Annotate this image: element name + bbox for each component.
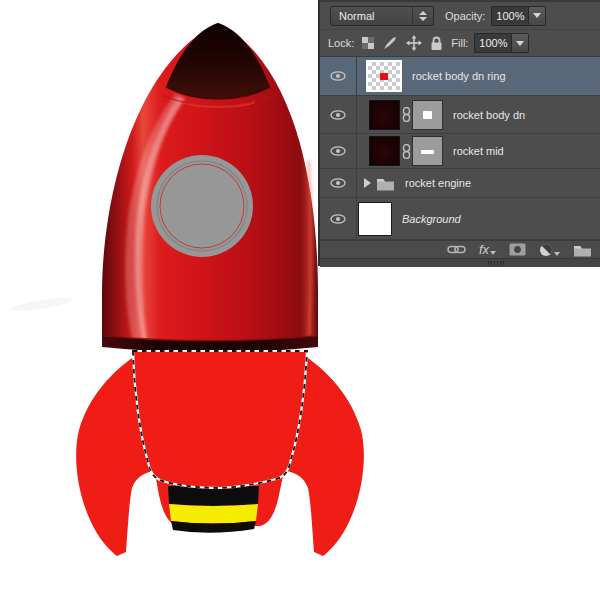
fx-icon: fx (479, 244, 489, 256)
opacity-dropdown-button[interactable] (528, 6, 546, 26)
panel-resize-bar[interactable] (320, 258, 600, 267)
layer-style-button[interactable]: fx (479, 244, 496, 256)
blend-mode-spinner-icon[interactable] (412, 7, 433, 25)
eye-icon (330, 110, 346, 120)
adjustment-layer-button[interactable] (539, 243, 560, 257)
mask-link-icon[interactable] (402, 144, 411, 159)
lock-all-icon[interactable] (430, 36, 443, 51)
layer-row-background[interactable]: Background (320, 198, 600, 240)
eye-icon (330, 71, 346, 81)
layer-row-rocket-mid[interactable]: rocket mid (320, 134, 600, 169)
layer-mask-thumbnail[interactable] (412, 100, 443, 130)
lock-fill-row: Lock: Fill: (320, 30, 600, 57)
visibility-toggle[interactable] (320, 198, 357, 239)
layers-panel: Normal Opacity: 100% Lock: (318, 0, 600, 266)
lock-transparency-icon[interactable] (361, 36, 375, 50)
opacity-label: Opacity: (445, 10, 485, 22)
fill-dropdown-button[interactable] (511, 33, 529, 53)
visibility-toggle[interactable] (320, 169, 357, 197)
group-expand-arrow-icon[interactable] (364, 178, 371, 188)
rocket-lower-body (133, 351, 307, 488)
layer-name[interactable]: rocket engine (405, 177, 471, 189)
layer-name[interactable]: rocket mid (453, 145, 504, 157)
fill-input[interactable]: 100% (474, 33, 511, 53)
folder-icon (376, 176, 395, 191)
eye-icon (330, 214, 346, 224)
layer-thumbnail[interactable] (369, 136, 400, 166)
layer-mask-thumbnail[interactable] (412, 136, 443, 166)
thumbnail-red-dot (380, 73, 388, 80)
layer-row-rocket-body-dn-ring[interactable]: rocket body dn ring (320, 57, 600, 96)
add-layer-mask-icon[interactable] (509, 243, 526, 256)
fill-label: Fill: (451, 37, 468, 49)
visibility-toggle[interactable] (320, 57, 357, 95)
blend-opacity-row: Normal Opacity: 100% (320, 0, 600, 30)
blend-mode-select[interactable]: Normal (330, 6, 434, 26)
photoshop-workspace: Normal Opacity: 100% Lock: (0, 0, 600, 600)
layer-thumbnail[interactable] (358, 202, 392, 236)
layer-row-rocket-body-dn[interactable]: rocket body dn (320, 96, 600, 134)
visibility-toggle[interactable] (320, 134, 357, 168)
layers-panel-footer: fx (320, 240, 600, 258)
mask-shape (421, 150, 434, 154)
adjustment-layer-icon (539, 243, 553, 257)
lock-pixels-icon[interactable] (383, 36, 398, 50)
layer-row-rocket-engine-group[interactable]: rocket engine (320, 169, 600, 198)
layer-name[interactable]: rocket body dn (453, 109, 525, 121)
visibility-toggle[interactable] (320, 96, 357, 133)
layer-thumbnail[interactable] (369, 100, 400, 130)
layer-thumbnail[interactable] (366, 60, 402, 92)
lock-position-icon[interactable] (406, 35, 422, 51)
eye-icon (330, 178, 346, 188)
layer-name[interactable]: rocket body dn ring (412, 70, 506, 82)
eye-icon (330, 146, 346, 156)
resize-grip-icon[interactable] (488, 261, 505, 265)
opacity-input[interactable]: 100% (491, 6, 528, 26)
new-group-icon[interactable] (573, 243, 592, 257)
rocket-nose-cone (166, 23, 270, 99)
mask-shape (423, 111, 432, 119)
layer-name[interactable]: Background (402, 213, 461, 225)
lock-label: Lock: (328, 37, 354, 49)
engine-yellow-band (169, 504, 258, 524)
link-layers-icon[interactable] (447, 245, 466, 254)
blend-mode-value: Normal (331, 10, 412, 22)
mask-link-icon[interactable] (402, 107, 411, 122)
rocket-window (151, 155, 253, 257)
